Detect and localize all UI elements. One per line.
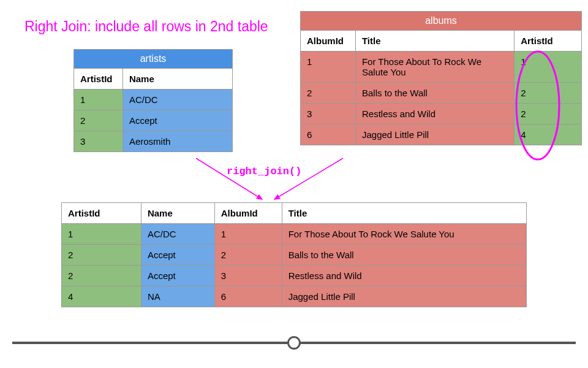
col-title: Title [355,31,514,52]
table-row: 1 For Those About To Rock We Salute You … [301,52,582,83]
col-name: Name [141,203,214,224]
table-row: 3 Restless and Wild 2 [301,104,582,125]
col-artistid: ArtistId [62,203,141,224]
table-row: 2 Accept 3 Restless and Wild [62,266,527,286]
col-albumid: AlbumId [301,31,356,52]
progress-timeline[interactable] [12,336,576,350]
table-header-row: ArtistId Name [74,69,233,90]
table-header-row: AlbumId Title ArtistId [301,31,582,52]
artists-title: artists [74,50,233,69]
col-artistid: ArtistId [514,31,582,52]
col-title: Title [282,203,526,224]
heading-rest: include all rows in 2nd table [91,18,268,34]
page-title: Right Join: include all rows in 2nd tabl… [24,18,268,35]
result-table: ArtistId Name AlbumId Title 1 AC/DC 1 Fo… [61,202,527,307]
table-row: 6 Jagged Little Pill 4 [301,125,582,145]
col-artistid: ArtistId [74,69,123,90]
table-row: 2 Balls to the Wall 2 [301,83,582,104]
col-name: Name [123,69,232,90]
artists-table: artists ArtistId Name 1 AC/DC 2 Accept 3… [74,49,233,152]
timeline-knob[interactable] [287,336,301,350]
table-row: 2 Accept 2 Balls to the Wall [62,245,527,266]
col-albumid: AlbumId [214,203,282,224]
table-row: 3 Aerosmith [74,131,233,152]
heading-strong: Right Join: [24,18,91,34]
albums-title: albums [301,12,582,31]
albums-table: albums AlbumId Title ArtistId 1 For Thos… [300,11,582,145]
table-row: 1 AC/DC 1 For Those About To Rock We Sal… [62,224,527,245]
arrow-artists-to-result [196,158,262,199]
arrow-albums-to-result [274,158,343,199]
table-row: 1 AC/DC [74,90,233,110]
table-header-row: ArtistId Name AlbumId Title [62,203,527,224]
function-label: right_join() [227,166,301,177]
table-row: 2 Accept [74,110,233,131]
table-row: 4 NA 6 Jagged Little Pill [62,286,527,307]
